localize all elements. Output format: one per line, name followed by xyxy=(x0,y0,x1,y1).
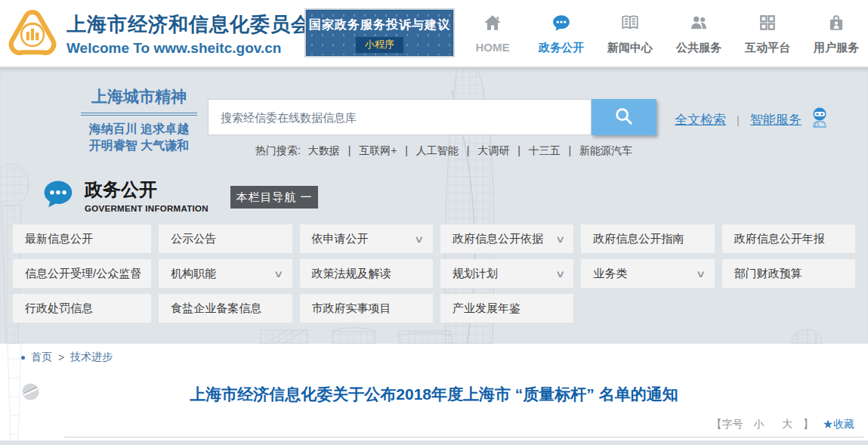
search-bar xyxy=(208,99,656,135)
menu-grid: 最新信息公开 公示公告 依申请公开∨ 政府信息公开依据∨ 政府信息公开指南 政府… xyxy=(0,224,868,323)
menu-item-disclosure-basis[interactable]: 政府信息公开依据∨ xyxy=(440,224,574,254)
speech-bubble-icon xyxy=(551,13,571,36)
section-subtitle: GOVERMENT INFORMATION xyxy=(85,204,209,213)
nav-label: 用户服务 xyxy=(814,41,859,55)
search-button[interactable] xyxy=(592,99,656,135)
section-title: 政务公开 xyxy=(85,178,209,202)
menu-item-announcements[interactable]: 公示公告 xyxy=(158,224,292,254)
menu-label: 信息公开受理/公众监督 xyxy=(25,267,141,281)
menu-label: 政府信息公开依据 xyxy=(453,232,543,246)
nav-label: HOME xyxy=(476,41,510,54)
font-size-prefix: 【字号 xyxy=(711,418,743,430)
font-size-suffix: 】 xyxy=(803,418,814,430)
menu-label: 市政府实事项目 xyxy=(312,301,391,316)
nav-item-interactive[interactable]: 互动平台 xyxy=(743,13,792,55)
favorite-button[interactable]: ★收藏 xyxy=(823,418,854,430)
menu-item-annual-report[interactable]: 政府信息公开年报 xyxy=(721,224,856,254)
nav-label: 互动平台 xyxy=(745,41,790,55)
next-section-edge xyxy=(0,440,868,445)
menu-item-budget[interactable]: 部门财政预算 xyxy=(721,258,856,289)
menu-item-public-supervision[interactable]: 信息公开受理/公众监督 xyxy=(12,258,152,289)
title-divider xyxy=(64,437,863,437)
search-and-menu-band: 上海城市精神 海纳百川 追求卓越 开明睿智 大气谦和 全文检索 | 智能服务 xyxy=(0,68,868,344)
hot-term[interactable]: 互联网+ xyxy=(359,144,397,156)
menu-label: 产业发展年鉴 xyxy=(453,301,520,316)
menu-item-apply-disclosure[interactable]: 依申请公开∨ xyxy=(299,224,434,254)
menu-label: 业务类 xyxy=(593,267,627,281)
menu-item-latest-info[interactable]: 最新信息公开 xyxy=(12,224,152,254)
chevron-down-icon: ∨ xyxy=(273,268,283,280)
menu-label: 政府信息公开指南 xyxy=(593,232,684,246)
menu-label: 依申请公开 xyxy=(312,232,369,246)
chevron-down-icon: ∨ xyxy=(555,233,565,245)
menu-label: 最新信息公开 xyxy=(25,232,93,246)
menu-item-policies[interactable]: 政策法规及解读 xyxy=(299,258,434,289)
hot-term[interactable]: 大调研 xyxy=(477,144,509,156)
briefcase-icon xyxy=(826,13,846,36)
menu-item-industry-yearbook[interactable]: 产业发展年鉴 xyxy=(440,293,574,323)
hot-term[interactable]: 新能源汽车 xyxy=(579,144,632,156)
nav-label: 政务公开 xyxy=(539,41,584,55)
hot-separator: | xyxy=(569,144,572,156)
quick-links: 全文检索 | 智能服务 xyxy=(675,106,832,134)
site-name: 上海市经济和信息化委员会 xyxy=(66,11,311,38)
breadcrumb: 首页 > 技术进步 xyxy=(21,351,113,364)
mini-program-badge: 小程序 xyxy=(356,37,403,53)
menu-item-penalty-info[interactable]: 行政处罚信息 xyxy=(12,293,152,323)
nav-item-gov-info[interactable]: 政务公开 xyxy=(537,13,585,55)
menu-item-planning[interactable]: 规划计划∨ xyxy=(440,258,574,289)
search-input[interactable] xyxy=(208,99,592,135)
city-spirit-block: 上海城市精神 海纳百川 追求卓越 开明睿智 大气谦和 xyxy=(65,86,213,153)
breadcrumb-current-link[interactable]: 技术进步 xyxy=(70,351,113,364)
menu-label: 政府信息公开年报 xyxy=(734,232,825,246)
breadcrumb-home-link[interactable]: 首页 xyxy=(31,351,52,364)
banner-title: 国家政务服务投诉与建议 xyxy=(307,17,453,33)
site-title-block[interactable]: 上海市经济和信息化委员会 Welcome To www.sheitc.gov.c… xyxy=(66,11,311,57)
nav-item-news[interactable]: 新闻中心 xyxy=(606,13,654,55)
font-smaller-button[interactable]: 小 xyxy=(753,418,764,430)
nav-item-public-service[interactable]: 公共服务 xyxy=(675,13,723,55)
menu-item-business[interactable]: 业务类∨ xyxy=(580,258,715,289)
hot-separator: | xyxy=(467,144,470,156)
menu-label: 政策法规及解读 xyxy=(312,267,391,281)
gov-service-banner[interactable]: 国家政务服务投诉与建议 小程序 xyxy=(306,10,453,56)
hot-separator: | xyxy=(348,144,351,156)
speech-bubble-icon xyxy=(42,177,75,213)
font-larger-button[interactable]: 大 xyxy=(782,418,792,430)
hot-term[interactable]: 十三五 xyxy=(529,144,561,156)
section-nav-toggle-button[interactable]: 本栏目导航 一 xyxy=(230,186,318,209)
fulltext-search-link[interactable]: 全文检索 xyxy=(675,111,726,128)
site-logo-icon[interactable] xyxy=(8,8,57,58)
menu-label: 部门财政预算 xyxy=(734,267,802,281)
links-separator: | xyxy=(737,113,740,126)
menu-label: 机构职能 xyxy=(171,267,216,281)
site-header: 上海市经济和信息化委员会 Welcome To www.sheitc.gov.c… xyxy=(0,0,868,68)
menu-item-city-projects[interactable]: 市政府实事项目 xyxy=(299,293,434,323)
article-section: 首页 > 技术进步 上海市经济信息化委关于公布2018年度上海市 “质量标杆” … xyxy=(0,344,868,445)
chevron-down-icon: ∨ xyxy=(555,268,565,280)
article-title: 上海市经济信息化委关于公布2018年度上海市 “质量标杆” 名单的通知 xyxy=(0,384,868,405)
hot-search-label: 热门搜索: xyxy=(255,144,301,156)
breadcrumb-bullet-icon xyxy=(21,356,25,360)
article-controls: 【字号 小 大 】 ★收藏 xyxy=(711,418,854,431)
menu-item-salt-enterprise[interactable]: 食盐企业备案信息 xyxy=(158,293,292,323)
menu-label: 行政处罚信息 xyxy=(25,301,93,316)
hot-term[interactable]: 人工智能 xyxy=(416,144,459,156)
smart-service-link[interactable]: 智能服务 xyxy=(750,111,802,128)
people-icon xyxy=(689,13,709,36)
menu-label: 公示公告 xyxy=(171,232,216,246)
robot-icon[interactable] xyxy=(808,106,832,134)
menu-label: 食盐企业备案信息 xyxy=(171,301,261,316)
city-spirit-line1: 海纳百川 追求卓越 xyxy=(65,121,213,138)
chevron-down-icon: ∨ xyxy=(414,233,424,245)
main-nav: HOME 政务公开 新闻中心 xyxy=(468,13,860,55)
nav-item-user-service[interactable]: 用户服务 xyxy=(812,13,860,55)
menu-item-org-functions[interactable]: 机构职能∨ xyxy=(158,258,292,289)
menu-item-disclosure-guide[interactable]: 政府信息公开指南 xyxy=(580,224,715,254)
hot-term[interactable]: 大数据 xyxy=(308,144,340,156)
hot-separator: | xyxy=(405,144,408,156)
news-icon xyxy=(620,13,640,36)
nav-item-home[interactable]: HOME xyxy=(468,13,517,55)
city-spirit-line2: 开明睿智 大气谦和 xyxy=(65,138,213,154)
breadcrumb-separator: > xyxy=(58,351,64,363)
